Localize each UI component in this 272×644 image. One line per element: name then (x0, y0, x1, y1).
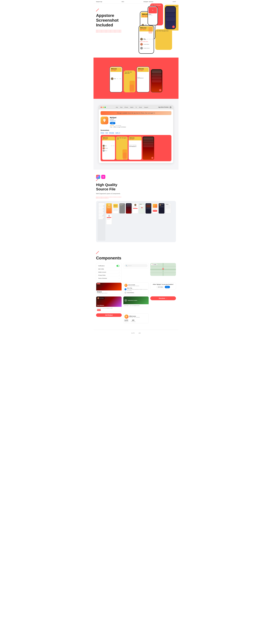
venue-info: MySpots Your best spot to be at (96, 290, 122, 294)
red-phone-3: Welcome My Spot Newark The Foxmoore 8. (137, 66, 150, 92)
top-bar: Myspot App 2021 Designer: ramonyv UI KIT (94, 0, 178, 4)
setting-privacy[interactable]: Privacy Policy › (97, 274, 120, 277)
nav-support[interactable]: Support (144, 107, 148, 108)
comment-card: A Alex M. Smith New Spot in San Francisc… (123, 282, 149, 295)
billie-card: B Billie Kunze New Spot - San Francisco … (123, 313, 149, 323)
user-name: Alex M. Smith (128, 284, 139, 286)
source-sidebar (98, 202, 105, 240)
setting-delete-account[interactable]: Delete Account › (97, 271, 120, 274)
chevron-right-icon-3: › (119, 274, 120, 276)
notifications-toggle[interactable] (116, 265, 120, 267)
new-tag: MySpot (97, 283, 100, 284)
allow-button[interactable]: Allow (165, 286, 170, 288)
directions-label: Directions (159, 298, 165, 299)
stat-bottom-2: 165 (138, 332, 141, 334)
bottom-phone: Welcome My Spot Billie Rollins 132 8272 … (138, 25, 154, 54)
screenshots-row: Welcome My Spot Billie 132 8272 (100, 135, 172, 161)
tab-appletv[interactable]: Apple TV (116, 132, 120, 134)
directions-arrow-icon: → (166, 298, 168, 299)
screenshot-4: + (142, 136, 154, 160)
maximize-dot[interactable] (104, 107, 106, 108)
settings-list: Notifications Edit Profile › Delete Acco… (96, 263, 122, 281)
src-screen-3: Welcome to My Spot (119, 203, 125, 214)
tock-name: Tock Mistora (97, 305, 104, 306)
nav-iphone[interactable]: iPhone (124, 107, 128, 108)
new-button[interactable]: New (97, 309, 101, 311)
screenshots-tabs: iPhone iPad iMessage Apple TV (100, 132, 172, 134)
setting-notifications: Notifications (97, 264, 120, 268)
source-title: High Quality Source File (96, 183, 176, 191)
add-myspot-button[interactable]: Add MySpot (96, 313, 122, 317)
dot-grid-2 (96, 197, 116, 198)
comment-user: A Alex M. Smith New Spot in San Francisc… (124, 284, 148, 287)
src-screen-1: Welcome to My Spot (106, 203, 112, 214)
chevron-right-icon-2: › (119, 272, 120, 273)
amazonica-card: Amazonica London New Spot - 213 Los Ange… (123, 296, 149, 307)
tock-info: New Spot - 213 Los Angeles 0000 New (96, 307, 122, 312)
red-phone-2: Your Title Text goes here (124, 70, 135, 92)
screenshot-2: Your Title Text goes here (116, 136, 128, 160)
comment-2nd-user: Ryan King Outstanding dining experience … (124, 287, 148, 294)
screenshots-title: Screenshots (100, 130, 172, 131)
dot-grid (96, 30, 132, 32)
settings-component: Notifications Edit Profile › Delete Acco… (96, 263, 122, 281)
ui-kit-label: UI KIT (172, 1, 176, 2)
tab-iphone[interactable]: iPhone (100, 132, 104, 134)
stat-label-2: Following (131, 321, 135, 322)
amazonica-component: Amazonica London New Spot - 213 Los Ange… (123, 296, 149, 312)
search-bar[interactable]: 🔍 Search (124, 264, 148, 267)
accent-line (96, 8, 99, 12)
minimize-dot[interactable] (102, 107, 104, 108)
nav-ipad[interactable]: iPad (120, 107, 122, 108)
phones-collage: Your Title Text goes here Your Title Tex… (136, 4, 178, 58)
tock-card: Tock Mistora Tock Mistora New Spot - 213… (96, 296, 122, 312)
components-grid: Notifications Edit Profile › Delete Acco… (96, 263, 176, 324)
amazonica-image: Amazonica London (124, 296, 149, 304)
tock-image: Tock Mistora Tock Mistora (96, 296, 122, 307)
appstore-banner: This app is available only on the App St… (100, 111, 172, 115)
svg-point-6 (163, 268, 164, 269)
source-file-preview: Welcome to My Spot Welcome to (96, 201, 176, 242)
xd-icon: Xd (101, 175, 105, 179)
nav-tv[interactable]: TV (136, 107, 137, 108)
venue-name: MySpots (97, 291, 121, 292)
nav-watch[interactable]: Watch (130, 107, 134, 108)
billie-info: Billie Kunze New Spot - San Francisco (129, 316, 140, 318)
accent-line-3 (96, 251, 99, 254)
red-phone-1: Welcome My Spot Billie 132 8272 (110, 66, 122, 92)
billie-sub: New Spot - San Francisco (129, 317, 140, 318)
red-section: Welcome My Spot Billie 132 8272 Your Tit… (94, 58, 178, 99)
source-canvas: Welcome to My Spot Welcome to (105, 202, 174, 240)
tock-component: Tock Mistora Tock Mistora New Spot - 213… (96, 296, 122, 312)
appstore-body: This app is available only on the App St… (99, 109, 173, 163)
directions-button[interactable]: Directions → (150, 296, 176, 300)
src-screen-9 (159, 203, 164, 214)
setting-edit-profile[interactable]: Edit Profile › (97, 268, 120, 271)
setting-terms[interactable]: Terms of Service › (97, 277, 120, 280)
appstore-preview-label: App Store Preview × (158, 106, 172, 108)
src-screen-10: Settings (165, 203, 171, 214)
venue-tagline: Your best spot to be at (97, 292, 121, 294)
chevron-right-icon-4: › (119, 278, 120, 279)
yellow-card-2: Your Title Text goes here (155, 29, 172, 50)
source-subtitle: Well Organized Layers & Components (96, 192, 176, 195)
hero-section: Appstore Screenshot Included Your Title … (94, 4, 178, 58)
source-section: F Xd High Quality Source File Well Organ… (94, 170, 178, 247)
billie-name: Billie Kunze (129, 316, 140, 317)
app-price: Free • Offers In-App Purchases (110, 126, 172, 128)
nav-music[interactable]: Music (139, 107, 142, 108)
map-card: 📍 Location (150, 263, 176, 276)
tab-ipad[interactable]: iPad (106, 132, 108, 134)
close-dot[interactable] (100, 107, 102, 108)
deny-button[interactable]: Don't Allow (156, 286, 164, 288)
user-avatar: A (124, 284, 128, 287)
nav-mac[interactable]: Mac (116, 107, 118, 108)
get-button[interactable]: GET (110, 122, 116, 124)
hero-title: Appstore Screenshot Included (96, 13, 132, 27)
close-icon[interactable]: × (170, 106, 172, 108)
designer: Designer: ramonyv (144, 1, 153, 2)
search-placeholder: Search (128, 265, 132, 266)
components-section: Components Notifications Edit Profile › … (94, 247, 178, 330)
appstore-section: Mac iPad iPhone Watch TV Music Support A… (94, 99, 178, 170)
tab-imessage[interactable]: iMessage (109, 132, 114, 134)
